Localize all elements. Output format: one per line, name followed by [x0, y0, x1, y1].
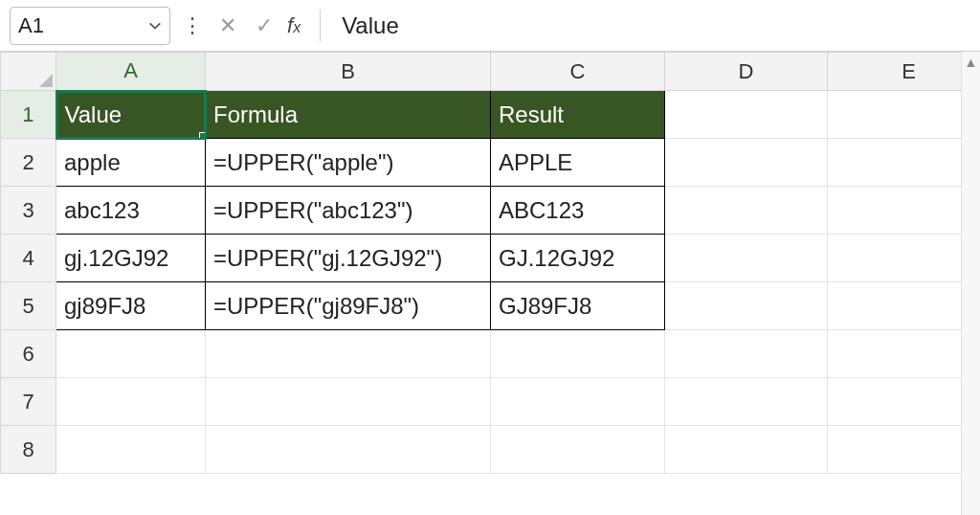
row-header-2[interactable]: 2: [1, 139, 56, 187]
formula-bar: A1 ⋮ ✕ ✓ fx: [0, 0, 980, 52]
column-header-D[interactable]: D: [665, 53, 828, 91]
row-header-5[interactable]: 5: [1, 282, 56, 330]
column-header-A[interactable]: A: [56, 53, 206, 91]
grid-table: A B C D E 1 Value Formula Result 2 apple…: [0, 52, 980, 474]
cell-E6[interactable]: [828, 330, 981, 378]
cell-A7[interactable]: [56, 378, 206, 426]
cell-D1[interactable]: [665, 91, 828, 139]
cell-C1[interactable]: Result: [491, 91, 665, 139]
row-header-7[interactable]: 7: [1, 378, 56, 426]
spreadsheet-grid: A B C D E 1 Value Formula Result 2 apple…: [0, 52, 980, 515]
cell-E2[interactable]: [828, 139, 981, 187]
cell-A3[interactable]: abc123: [56, 187, 206, 235]
cell-D7[interactable]: [665, 378, 828, 426]
scroll-up-icon[interactable]: ▲: [962, 52, 980, 73]
cell-E7[interactable]: [828, 378, 981, 426]
cell-D2[interactable]: [665, 139, 828, 187]
cell-B3[interactable]: =UPPER("abc123"): [206, 187, 491, 235]
row-header-4[interactable]: 4: [1, 235, 56, 282]
cell-C5[interactable]: GJ89FJ8: [491, 282, 665, 330]
enter-formula-button: ✓: [251, 13, 278, 38]
cell-A6[interactable]: [56, 330, 206, 378]
cell-D8[interactable]: [665, 426, 828, 474]
cell-D4[interactable]: [665, 235, 828, 282]
column-header-B[interactable]: B: [206, 53, 491, 91]
cell-D3[interactable]: [665, 187, 828, 235]
cell-D6[interactable]: [665, 330, 828, 378]
cell-C3[interactable]: ABC123: [491, 187, 665, 235]
cell-E5[interactable]: [828, 282, 981, 330]
cell-D5[interactable]: [665, 282, 828, 330]
name-box[interactable]: A1: [10, 7, 170, 45]
cell-C2[interactable]: APPLE: [491, 139, 665, 187]
column-header-C[interactable]: C: [491, 53, 665, 91]
cell-A4[interactable]: gj.12GJ92: [56, 235, 206, 282]
divider: [320, 10, 321, 42]
fx-icon[interactable]: fx: [287, 13, 301, 38]
cell-A8[interactable]: [56, 426, 206, 474]
cell-B4[interactable]: =UPPER("gj.12GJ92"): [206, 235, 491, 282]
row-header-6[interactable]: 6: [1, 330, 56, 378]
cell-E8[interactable]: [828, 426, 981, 474]
cell-A5[interactable]: gj89FJ8: [56, 282, 206, 330]
cell-B5[interactable]: =UPPER("gj89FJ8"): [206, 282, 491, 330]
cell-C6[interactable]: [491, 330, 665, 378]
separator-dots-icon: ⋮: [182, 13, 203, 38]
cancel-formula-button: ✕: [214, 13, 241, 38]
cell-B1[interactable]: Formula: [206, 91, 491, 139]
cell-B8[interactable]: [206, 426, 491, 474]
chevron-down-icon[interactable]: [148, 13, 162, 38]
cell-A1[interactable]: Value: [56, 91, 206, 139]
cell-C7[interactable]: [491, 378, 665, 426]
formula-input[interactable]: [338, 7, 970, 45]
row-header-8[interactable]: 8: [1, 426, 56, 474]
cell-B7[interactable]: [206, 378, 491, 426]
row-header-3[interactable]: 3: [1, 187, 56, 235]
name-box-value: A1: [18, 13, 148, 38]
column-header-E[interactable]: E: [828, 53, 981, 91]
cell-B6[interactable]: [206, 330, 491, 378]
cell-A2[interactable]: apple: [56, 139, 206, 187]
cell-C4[interactable]: GJ.12GJ92: [491, 235, 665, 282]
cell-E4[interactable]: [828, 235, 981, 282]
select-all-corner[interactable]: [1, 53, 56, 91]
cell-C8[interactable]: [491, 426, 665, 474]
cell-E1[interactable]: [828, 91, 981, 139]
cell-B2[interactable]: =UPPER("apple"): [206, 139, 491, 187]
cell-E3[interactable]: [828, 187, 981, 235]
row-header-1[interactable]: 1: [1, 91, 56, 139]
vertical-scrollbar[interactable]: ▲: [961, 52, 980, 515]
